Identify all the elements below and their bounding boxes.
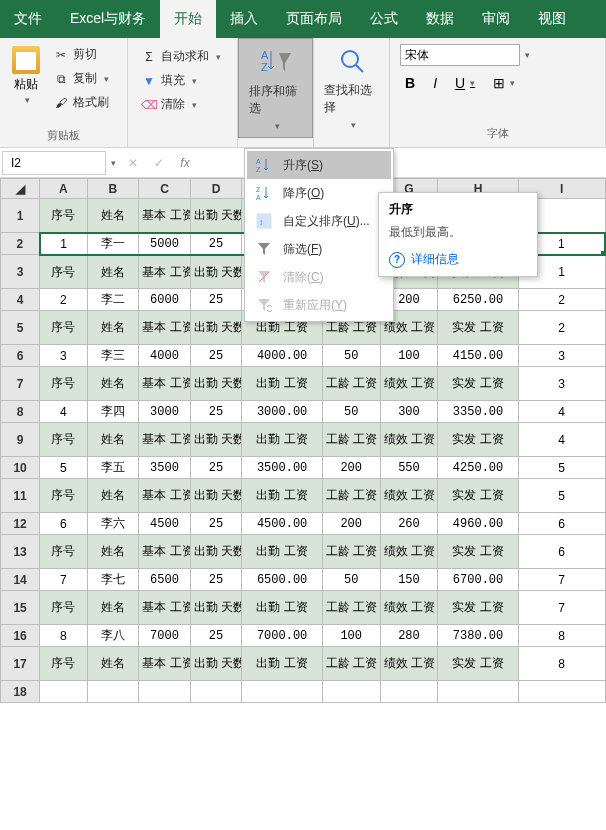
menu-view[interactable]: 视图 (524, 0, 580, 38)
cell[interactable] (438, 681, 518, 703)
name-box[interactable] (2, 151, 106, 175)
menu-sort-ascending[interactable]: AZ 升序(S) (247, 151, 391, 179)
menu-page-layout[interactable]: 页面布局 (272, 0, 356, 38)
row-header[interactable]: 16 (1, 625, 40, 647)
col-header[interactable]: C (139, 179, 191, 199)
menu-formulas[interactable]: 公式 (356, 0, 412, 38)
cell[interactable] (190, 681, 242, 703)
cell[interactable] (40, 681, 87, 703)
cell[interactable]: 50 (322, 401, 380, 423)
copy-button[interactable]: ⧉复制▾ (50, 68, 112, 89)
cell[interactable]: 7 (518, 569, 605, 591)
cell[interactable]: 3000.00 (242, 401, 322, 423)
cell[interactable]: 李二 (87, 289, 139, 311)
cell[interactable]: 6 (518, 535, 605, 569)
cell[interactable]: 2 (40, 289, 87, 311)
menu-data[interactable]: 数据 (412, 0, 468, 38)
cell[interactable]: 2 (518, 289, 605, 311)
cell[interactable]: 550 (380, 457, 438, 479)
cell[interactable]: 出勤 天数 (190, 479, 242, 513)
cell[interactable]: 基本 工资 (139, 255, 191, 289)
cell[interactable]: 实发 工资 (438, 423, 518, 457)
cell[interactable]: 1 (40, 233, 87, 255)
cell[interactable]: 4500.00 (242, 513, 322, 535)
cell[interactable]: 基本 工资 (139, 423, 191, 457)
cell[interactable]: 6000 (139, 289, 191, 311)
cancel-input-icon[interactable]: ✕ (124, 156, 142, 170)
find-select-button[interactable]: 查找和选择 ▾ (314, 38, 389, 136)
cell[interactable]: 3 (518, 345, 605, 367)
cell[interactable]: 3000 (139, 401, 191, 423)
cell[interactable]: 工龄 工资 (322, 479, 380, 513)
border-button[interactable]: ⊞▾ (488, 72, 520, 94)
format-painter-button[interactable]: 🖌格式刷 (50, 92, 112, 113)
cell[interactable]: 200 (322, 513, 380, 535)
cell[interactable]: 李一 (87, 233, 139, 255)
cell[interactable]: 7000 (139, 625, 191, 647)
cell[interactable]: 4960.00 (438, 513, 518, 535)
tooltip-more-link[interactable]: ? 详细信息 (389, 251, 527, 268)
row-header[interactable]: 12 (1, 513, 40, 535)
row-header[interactable]: 3 (1, 255, 40, 289)
italic-button[interactable]: I (428, 72, 442, 94)
cell[interactable]: 序号 (40, 535, 87, 569)
cell[interactable]: 8 (40, 625, 87, 647)
cell[interactable]: 100 (380, 345, 438, 367)
cell[interactable]: 出勤 天数 (190, 367, 242, 401)
cell[interactable]: 25 (190, 233, 242, 255)
cell[interactable]: 李三 (87, 345, 139, 367)
cell[interactable]: 4000 (139, 345, 191, 367)
cell[interactable]: 8 (518, 647, 605, 681)
cell[interactable]: 姓名 (87, 311, 139, 345)
cell[interactable]: 姓名 (87, 535, 139, 569)
cell[interactable]: 3 (40, 345, 87, 367)
clear-button[interactable]: ⌫清除▾ (138, 94, 227, 115)
cell[interactable]: 25 (190, 457, 242, 479)
menu-insert[interactable]: 插入 (216, 0, 272, 38)
cell[interactable]: 出勤 天数 (190, 591, 242, 625)
cell[interactable]: 出勤 天数 (190, 311, 242, 345)
cell[interactable]: 基本 工资 (139, 479, 191, 513)
row-header[interactable]: 13 (1, 535, 40, 569)
cell[interactable]: 序号 (40, 311, 87, 345)
cell[interactable]: 工龄 工资 (322, 591, 380, 625)
autosum-button[interactable]: Σ自动求和▾ (138, 46, 227, 67)
cell[interactable]: 工龄 工资 (322, 423, 380, 457)
cell[interactable]: 25 (190, 401, 242, 423)
cell[interactable]: 3500 (139, 457, 191, 479)
cell[interactable]: 50 (322, 569, 380, 591)
menu-home[interactable]: 开始 (160, 0, 216, 38)
cell[interactable]: 3350.00 (438, 401, 518, 423)
cell[interactable]: 序号 (40, 591, 87, 625)
cell[interactable]: 300 (380, 401, 438, 423)
cell[interactable]: 基本 工资 (139, 199, 191, 233)
cell[interactable]: 4500 (139, 513, 191, 535)
cell[interactable]: 姓名 (87, 647, 139, 681)
cut-button[interactable]: ✂剪切 (50, 44, 112, 65)
cell[interactable]: 5 (40, 457, 87, 479)
cell[interactable]: 260 (380, 513, 438, 535)
underline-button[interactable]: U▾ (450, 72, 480, 94)
cell[interactable]: 绩效 工资 (380, 535, 438, 569)
cell[interactable]: 实发 工资 (438, 311, 518, 345)
cell[interactable]: 实发 工资 (438, 479, 518, 513)
row-header[interactable]: 11 (1, 479, 40, 513)
cell[interactable]: 4 (518, 401, 605, 423)
menu-file[interactable]: 文件 (0, 0, 56, 38)
cell[interactable]: 李六 (87, 513, 139, 535)
row-header[interactable]: 17 (1, 647, 40, 681)
row-header[interactable]: 2 (1, 233, 40, 255)
cell[interactable] (242, 681, 322, 703)
sort-filter-button[interactable]: AZ 排序和筛选 ▾ (238, 38, 313, 138)
cell[interactable]: 出勤 天数 (190, 423, 242, 457)
cell[interactable]: 出勤 天数 (190, 535, 242, 569)
cell[interactable]: 25 (190, 345, 242, 367)
cell[interactable]: 姓名 (87, 255, 139, 289)
cell[interactable]: 3 (518, 367, 605, 401)
cell[interactable]: 6 (518, 513, 605, 535)
cell[interactable]: 基本 工资 (139, 535, 191, 569)
cell[interactable]: 6500 (139, 569, 191, 591)
cell[interactable]: 6500.00 (242, 569, 322, 591)
cell[interactable]: 李七 (87, 569, 139, 591)
cell[interactable]: 序号 (40, 199, 87, 233)
